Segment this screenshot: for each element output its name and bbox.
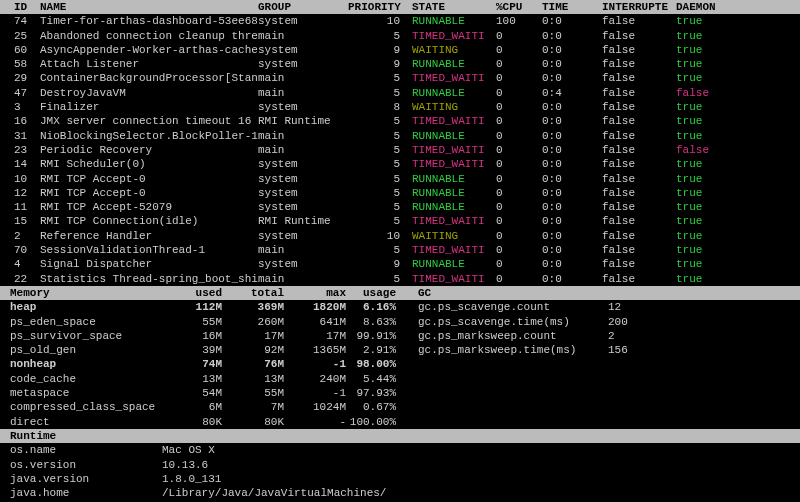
thread-id: 4 — [2, 257, 40, 271]
thread-priority: 5 — [348, 86, 412, 100]
thread-priority: 9 — [348, 43, 412, 57]
thread-name: Signal Dispatcher — [40, 257, 258, 271]
thread-state: RUNNABLE — [412, 86, 496, 100]
thread-time: 0:0 — [542, 14, 602, 28]
thread-state: RUNNABLE — [412, 200, 496, 214]
threads-header: IDNAMEGROUPPRIORITYSTATE%CPUTIMEINTERRUP… — [0, 0, 800, 14]
mem-max: 17M — [284, 329, 346, 343]
runtime-label: java.home — [2, 486, 162, 500]
runtime-title: Runtime — [2, 429, 162, 443]
thread-cpu: 0 — [496, 157, 542, 171]
thread-cpu: 0 — [496, 200, 542, 214]
thread-row: 10RMI TCP Accept-0system5RUNNABLE00:0fal… — [0, 172, 800, 186]
thread-cpu: 0 — [496, 143, 542, 157]
thread-daemon: true — [676, 157, 736, 171]
thread-row: 29ContainerBackgroundProcessor[Standmain… — [0, 71, 800, 85]
thread-interrupte: false — [602, 243, 676, 257]
thread-daemon: true — [676, 129, 736, 143]
thread-cpu: 0 — [496, 272, 542, 286]
thread-priority: 5 — [348, 214, 412, 228]
thread-time: 0:0 — [542, 100, 602, 114]
thread-id: 22 — [2, 272, 40, 286]
thread-time: 0:4 — [542, 86, 602, 100]
mem-usage: 98.00% — [346, 357, 408, 371]
thread-name: Statistics Thread-spring_boot_shir — [40, 272, 258, 286]
runtime-value: Mac OS X — [162, 443, 798, 457]
thread-daemon: true — [676, 229, 736, 243]
thread-cpu: 0 — [496, 186, 542, 200]
thread-daemon: true — [676, 29, 736, 43]
thread-id: 15 — [2, 214, 40, 228]
thread-priority: 10 — [348, 14, 412, 28]
mem-max: 240M — [284, 372, 346, 386]
thread-priority: 5 — [348, 143, 412, 157]
mem-total: 92M — [222, 343, 284, 357]
thread-cpu: 0 — [496, 229, 542, 243]
thread-state: TIMED_WAITI — [412, 71, 496, 85]
mem-used: 13M — [164, 372, 222, 386]
thread-priority: 5 — [348, 114, 412, 128]
thread-group: system — [258, 229, 348, 243]
thread-priority: 5 — [348, 186, 412, 200]
mem-max: 1820M — [284, 300, 346, 314]
gc-label: gc.ps_scavenge.count — [408, 300, 608, 314]
mem-name: compressed_class_space — [2, 400, 164, 414]
thread-priority: 10 — [348, 229, 412, 243]
gc-label: gc.ps_marksweep.time(ms) — [408, 343, 608, 357]
mem-name: nonheap — [2, 357, 164, 371]
runtime-label: java.version — [2, 472, 162, 486]
thread-time: 0:0 — [542, 257, 602, 271]
thread-group: system — [258, 100, 348, 114]
thread-state: RUNNABLE — [412, 186, 496, 200]
mem-used: 54M — [164, 386, 222, 400]
thread-priority: 5 — [348, 29, 412, 43]
mem-name: metaspace — [2, 386, 164, 400]
thread-interrupte: false — [602, 114, 676, 128]
gc-label: gc.ps_scavenge.time(ms) — [408, 315, 608, 329]
thread-row: 2Reference Handlersystem10WAITING00:0fal… — [0, 229, 800, 243]
runtime-label: os.name — [2, 443, 162, 457]
thread-row: 22Statistics Thread-spring_boot_shirmain… — [0, 272, 800, 286]
runtime-value: /Library/Java/JavaVirtualMachines/ — [162, 486, 798, 500]
thread-row: 15RMI TCP Connection(idle)RMI Runtime5TI… — [0, 214, 800, 228]
thread-daemon: true — [676, 186, 736, 200]
thread-interrupte: false — [602, 272, 676, 286]
memory-row: ps_old_gen39M92M1365M2.91%gc.ps_markswee… — [0, 343, 800, 357]
thread-time: 0:0 — [542, 186, 602, 200]
thread-state: TIMED_WAITI — [412, 143, 496, 157]
thread-priority: 5 — [348, 200, 412, 214]
thread-state: TIMED_WAITI — [412, 272, 496, 286]
thread-time: 0:0 — [542, 29, 602, 43]
gc-value: 156 — [608, 343, 668, 357]
thread-row: 47DestroyJavaVMmain5RUNNABLE00:4falsefal… — [0, 86, 800, 100]
thread-daemon: true — [676, 43, 736, 57]
runtime-header: Runtime — [0, 429, 800, 443]
thread-row: 4Signal Dispatchersystem9RUNNABLE00:0fal… — [0, 257, 800, 271]
thread-name: Attach Listener — [40, 57, 258, 71]
thread-time: 0:0 — [542, 272, 602, 286]
thread-group: main — [258, 272, 348, 286]
thread-id: 12 — [2, 186, 40, 200]
mem-total: 55M — [222, 386, 284, 400]
mem-used: 55M — [164, 315, 222, 329]
thread-interrupte: false — [602, 157, 676, 171]
mem-max: 641M — [284, 315, 346, 329]
mem-name: ps_old_gen — [2, 343, 164, 357]
thread-interrupte: false — [602, 186, 676, 200]
thread-time: 0:0 — [542, 243, 602, 257]
thread-id: 14 — [2, 157, 40, 171]
mem-max: 1024M — [284, 400, 346, 414]
thread-time: 0:0 — [542, 114, 602, 128]
gc-label: gc.ps_marksweep.count — [408, 329, 608, 343]
thread-group: RMI Runtime — [258, 214, 348, 228]
memory-table: heap112M369M1820M6.16%gc.ps_scavenge.cou… — [0, 300, 800, 429]
mem-used: 39M — [164, 343, 222, 357]
thread-daemon: true — [676, 200, 736, 214]
thread-interrupte: false — [602, 86, 676, 100]
thread-state: RUNNABLE — [412, 129, 496, 143]
mem-usage: 5.44% — [346, 372, 408, 386]
mem-total: 260M — [222, 315, 284, 329]
thread-cpu: 0 — [496, 100, 542, 114]
thread-priority: 5 — [348, 129, 412, 143]
thread-row: 14RMI Scheduler(0)system5TIMED_WAITI00:0… — [0, 157, 800, 171]
